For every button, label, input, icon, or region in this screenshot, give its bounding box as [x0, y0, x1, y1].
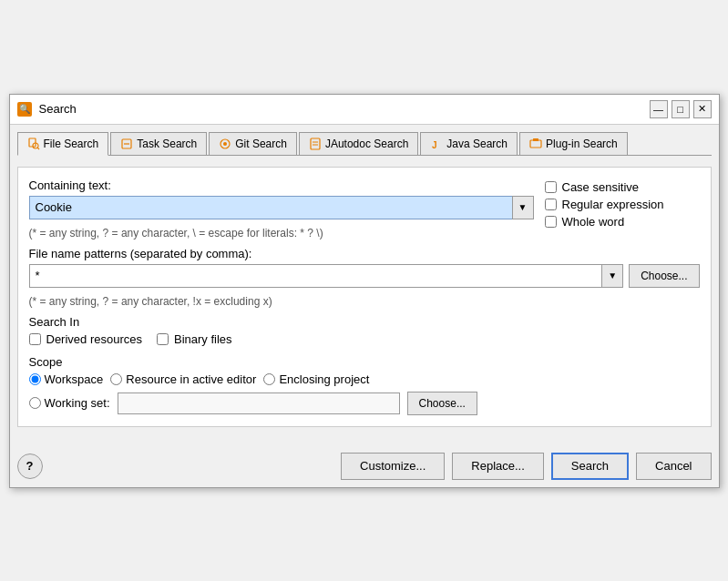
- svg-line-2: [37, 148, 39, 149]
- git-search-tab-icon: [219, 138, 231, 150]
- window-title: Search: [39, 102, 642, 116]
- file-name-patterns-input-row: ▼ Choose...: [29, 264, 700, 288]
- bottom-bar: ? Customize... Replace... Search Cancel: [10, 443, 719, 487]
- case-sensitive-label[interactable]: Case sensitive: [562, 180, 640, 194]
- file-search-tab-icon: [27, 138, 40, 150]
- binary-files-checkbox[interactable]: [157, 333, 169, 345]
- tab-jautodoc-search-label: JAutodoc Search: [325, 138, 408, 150]
- svg-rect-12: [533, 138, 538, 141]
- tab-file-search[interactable]: File Search: [17, 132, 109, 156]
- case-sensitive-row: Case sensitive: [545, 180, 700, 194]
- file-name-patterns-label: File name patterns (separated by comma):: [29, 247, 700, 260]
- jautodoc-search-tab-icon: [309, 138, 322, 150]
- svg-text:J: J: [432, 140, 437, 150]
- tab-plugin-search-label: Plug-in Search: [546, 138, 618, 150]
- search-in-row: Derived resources Binary files: [29, 332, 700, 346]
- working-set-radio-label[interactable]: Working set:: [29, 396, 110, 410]
- scope-label: Scope: [29, 355, 700, 369]
- containing-text-input-group: ▼: [29, 196, 534, 219]
- whole-word-label[interactable]: Whole word: [562, 215, 625, 229]
- workspace-radio[interactable]: [29, 373, 41, 385]
- workspace-radio-label[interactable]: Workspace: [29, 372, 104, 386]
- enclosing-project-label: Enclosing project: [279, 372, 369, 386]
- search-in-label: Search In: [29, 315, 700, 329]
- file-name-dropdown[interactable]: ▼: [601, 264, 623, 288]
- search-dialog: 🔍 Search — □ ✕ File Search: [9, 94, 720, 488]
- file-name-hint: (* = any string, ? = any character, !x =…: [29, 295, 700, 308]
- file-name-patterns-row: File name patterns (separated by comma):…: [29, 247, 700, 288]
- left-column: Containing text: ▼ (* = any string, ? = …: [29, 178, 534, 247]
- working-set-input[interactable]: [118, 392, 400, 414]
- derived-resources-label[interactable]: Derived resources: [46, 332, 143, 346]
- whole-word-checkbox[interactable]: [545, 216, 557, 228]
- binary-files-row: Binary files: [157, 332, 232, 346]
- whole-word-row: Whole word: [545, 215, 700, 229]
- tab-git-search[interactable]: Git Search: [209, 132, 297, 155]
- customize-button[interactable]: Customize...: [341, 453, 445, 480]
- task-search-tab-icon: [120, 138, 133, 150]
- search-button[interactable]: Search: [551, 453, 629, 480]
- java-search-tab-icon: J: [430, 138, 443, 150]
- file-name-choose-button[interactable]: Choose...: [629, 264, 699, 288]
- workspace-label: Workspace: [45, 372, 104, 386]
- resource-in-active-editor-radio-label[interactable]: Resource in active editor: [110, 372, 256, 386]
- working-set-radio[interactable]: [29, 397, 41, 409]
- regular-expression-checkbox[interactable]: [545, 199, 557, 210]
- cancel-button[interactable]: Cancel: [636, 453, 711, 480]
- close-button[interactable]: ✕: [693, 100, 712, 118]
- window-controls: — □ ✕: [650, 100, 712, 118]
- working-set-label: Working set:: [45, 396, 110, 410]
- plugin-search-tab-icon: [529, 138, 542, 150]
- resource-in-active-editor-label: Resource in active editor: [126, 372, 256, 386]
- scope-radio-row: Workspace Resource in active editor Encl…: [29, 372, 700, 386]
- tab-git-search-label: Git Search: [235, 138, 287, 150]
- file-name-patterns-input[interactable]: [29, 264, 609, 288]
- svg-rect-7: [311, 138, 320, 149]
- tab-bar: File Search Task Search Git Search: [17, 132, 712, 156]
- working-set-row: Working set: Choose...: [29, 392, 700, 415]
- working-set-choose-button[interactable]: Choose...: [407, 392, 477, 415]
- containing-text-label: Containing text:: [29, 178, 534, 192]
- containing-text-dropdown[interactable]: ▼: [512, 196, 534, 219]
- window-icon: 🔍: [17, 102, 32, 117]
- tab-task-search[interactable]: Task Search: [110, 132, 207, 155]
- tab-file-search-label: File Search: [44, 138, 99, 150]
- replace-button[interactable]: Replace...: [452, 453, 544, 480]
- title-bar: 🔍 Search — □ ✕: [10, 95, 719, 125]
- containing-text-section: Containing text: ▼ (* = any string, ? = …: [29, 178, 700, 247]
- resource-in-active-editor-radio[interactable]: [110, 373, 122, 385]
- right-column-checkboxes: Case sensitive Regular expression Whole …: [545, 178, 700, 247]
- maximize-button[interactable]: □: [672, 100, 690, 118]
- tab-jautodoc-search[interactable]: JAutodoc Search: [299, 132, 418, 155]
- case-sensitive-checkbox[interactable]: [545, 181, 557, 193]
- containing-text-hint: (* = any string, ? = any character, \ = …: [29, 227, 534, 240]
- help-button[interactable]: ?: [17, 454, 43, 479]
- svg-rect-11: [530, 140, 541, 148]
- containing-text-input[interactable]: [29, 196, 518, 219]
- binary-files-label[interactable]: Binary files: [174, 332, 232, 346]
- tab-task-search-label: Task Search: [137, 138, 197, 150]
- tab-java-search-label: Java Search: [446, 138, 508, 150]
- containing-text-row: Containing text: ▼: [29, 178, 534, 219]
- form-area: Containing text: ▼ (* = any string, ? = …: [17, 167, 712, 427]
- minimize-button[interactable]: —: [650, 100, 668, 118]
- derived-resources-checkbox[interactable]: [29, 333, 41, 345]
- regular-expression-row: Regular expression: [545, 198, 700, 211]
- svg-point-6: [223, 142, 227, 146]
- regular-expression-label[interactable]: Regular expression: [562, 198, 664, 211]
- enclosing-project-radio-label[interactable]: Enclosing project: [263, 372, 369, 386]
- derived-resources-row: Derived resources: [29, 332, 143, 346]
- enclosing-project-radio[interactable]: [263, 373, 275, 385]
- tab-java-search[interactable]: J Java Search: [420, 132, 518, 155]
- tab-plugin-search[interactable]: Plug-in Search: [519, 132, 628, 155]
- dialog-content: File Search Task Search Git Search: [10, 125, 719, 443]
- file-name-input-group: ▼: [29, 264, 624, 288]
